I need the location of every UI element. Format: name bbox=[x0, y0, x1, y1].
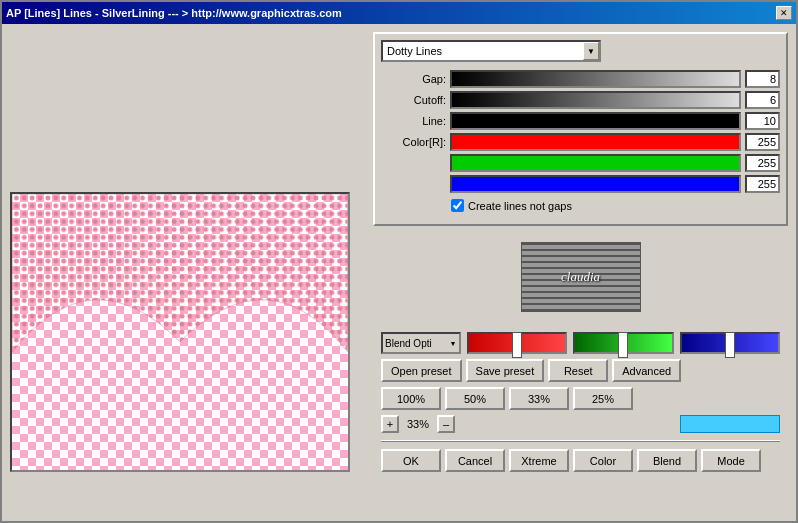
red-color-slider[interactable] bbox=[467, 332, 567, 354]
title-bar: AP [Lines] Lines - SilverLining --- > ht… bbox=[2, 2, 796, 24]
cutoff-row: Cutoff: 6 bbox=[381, 91, 780, 109]
color-b-row: 255 bbox=[381, 175, 780, 193]
green-color-slider[interactable] bbox=[573, 332, 673, 354]
preview-image-area: claudia bbox=[373, 232, 788, 322]
save-preset-button[interactable]: Save preset bbox=[466, 359, 545, 382]
zoom-current-value: 33% bbox=[403, 418, 433, 430]
color-r-value: 255 bbox=[745, 133, 780, 151]
claudia-preview: claudia bbox=[521, 242, 641, 312]
window-title: AP [Lines] Lines - SilverLining --- > ht… bbox=[6, 7, 342, 19]
main-content: Dotty Lines ▼ Gap: 8 Cutoff: bbox=[2, 24, 796, 521]
create-lines-label: Create lines not gaps bbox=[468, 200, 572, 212]
zoom-minus-button[interactable]: – bbox=[437, 415, 455, 433]
blend-dropdown[interactable]: Blend Opti bbox=[381, 332, 461, 354]
zoom-100-button[interactable]: 100% bbox=[381, 387, 441, 410]
color-b-slider[interactable] bbox=[450, 175, 741, 193]
left-panel bbox=[10, 32, 365, 513]
blend-dropdown-wrapper[interactable]: Blend Opti ▼ bbox=[381, 332, 461, 354]
preview-checkerboard bbox=[12, 194, 348, 470]
preview-svg bbox=[12, 194, 348, 470]
color-b-value: 255 bbox=[745, 175, 780, 193]
main-window: AP [Lines] Lines - SilverLining --- > ht… bbox=[0, 0, 798, 523]
cancel-button[interactable]: Cancel bbox=[445, 449, 505, 472]
reset-button[interactable]: Reset bbox=[548, 359, 608, 382]
preview-box bbox=[10, 192, 350, 472]
zoom-control-row: + 33% – bbox=[381, 415, 780, 433]
zoom-25-button[interactable]: 25% bbox=[573, 387, 633, 410]
bottom-controls: Blend Opti ▼ Open pre bbox=[373, 328, 788, 476]
preset-dropdown-wrapper[interactable]: Dotty Lines ▼ bbox=[381, 40, 601, 62]
gap-label: Gap: bbox=[381, 73, 446, 85]
xtreme-button[interactable]: Xtreme bbox=[509, 449, 569, 472]
blue-color-slider[interactable] bbox=[680, 332, 780, 354]
cyan-color-bar bbox=[680, 415, 780, 433]
claudia-watermark: claudia bbox=[561, 269, 600, 285]
zoom-plus-button[interactable]: + bbox=[381, 415, 399, 433]
line-value: 10 bbox=[745, 112, 780, 130]
preset-buttons-row: Open preset Save preset Reset Advanced bbox=[381, 359, 780, 382]
color-g-value: 255 bbox=[745, 154, 780, 172]
claudia-lines-bg: claudia bbox=[522, 243, 640, 311]
preset-dropdown[interactable]: Dotty Lines bbox=[381, 40, 601, 62]
line-row: Line: 10 bbox=[381, 112, 780, 130]
line-slider[interactable] bbox=[450, 112, 741, 130]
cutoff-slider[interactable] bbox=[450, 91, 741, 109]
cutoff-label: Cutoff: bbox=[381, 94, 446, 106]
create-lines-row: Create lines not gaps bbox=[451, 199, 780, 212]
advanced-button[interactable]: Advanced bbox=[612, 359, 681, 382]
separator bbox=[381, 440, 780, 442]
right-panel: Dotty Lines ▼ Gap: 8 Cutoff: bbox=[373, 32, 788, 513]
close-button[interactable]: ✕ bbox=[776, 6, 792, 20]
color-r-slider[interactable] bbox=[450, 133, 741, 151]
gap-slider[interactable] bbox=[450, 70, 741, 88]
color-g-row: 255 bbox=[381, 154, 780, 172]
color-button[interactable]: Color bbox=[573, 449, 633, 472]
create-lines-checkbox[interactable] bbox=[451, 199, 464, 212]
title-bar-controls: ✕ bbox=[776, 6, 792, 20]
action-buttons-row: OK Cancel Xtreme Color Blend Mode bbox=[381, 449, 780, 472]
gap-value: 8 bbox=[745, 70, 780, 88]
gap-row: Gap: 8 bbox=[381, 70, 780, 88]
blend-row: Blend Opti ▼ bbox=[381, 332, 780, 354]
preset-row: Dotty Lines ▼ bbox=[381, 40, 780, 62]
line-label: Line: bbox=[381, 115, 446, 127]
open-preset-button[interactable]: Open preset bbox=[381, 359, 462, 382]
ok-button[interactable]: OK bbox=[381, 449, 441, 472]
zoom-33-button[interactable]: 33% bbox=[509, 387, 569, 410]
mode-button[interactable]: Mode bbox=[701, 449, 761, 472]
zoom-buttons-row: 100% 50% 33% 25% bbox=[381, 387, 780, 410]
controls-area: Dotty Lines ▼ Gap: 8 Cutoff: bbox=[373, 32, 788, 226]
color-r-row: Color[R]: 255 bbox=[381, 133, 780, 151]
cutoff-value: 6 bbox=[745, 91, 780, 109]
color-r-label: Color[R]: bbox=[381, 136, 446, 148]
color-g-slider[interactable] bbox=[450, 154, 741, 172]
zoom-50-button[interactable]: 50% bbox=[445, 387, 505, 410]
blend-button[interactable]: Blend bbox=[637, 449, 697, 472]
